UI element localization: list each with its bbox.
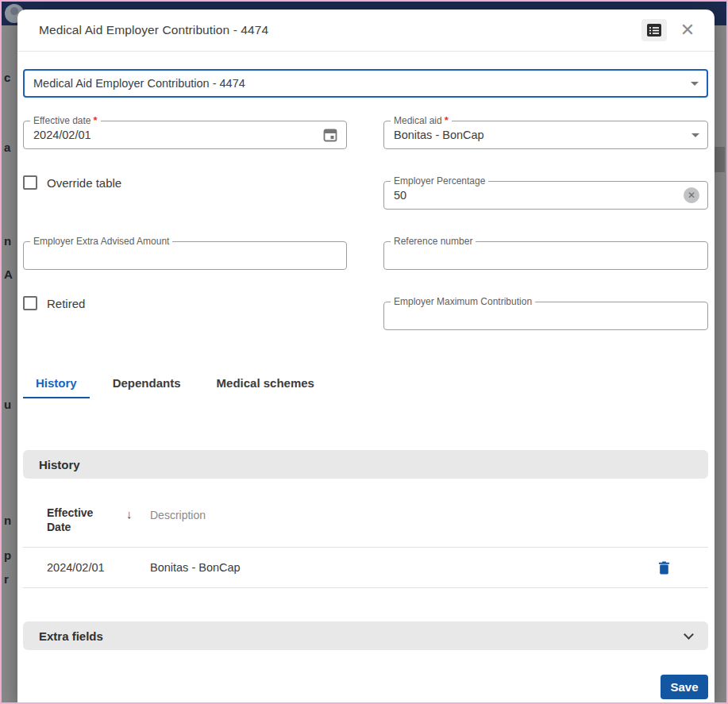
chevron-down-icon: [691, 133, 699, 137]
history-section-title: History: [39, 458, 692, 471]
chevron-down-icon: [684, 629, 694, 640]
override-table-label: Override table: [47, 176, 121, 190]
reference-number-label: Reference number: [394, 236, 472, 247]
tab-history[interactable]: History: [23, 368, 90, 398]
close-icon: ✕: [680, 21, 695, 39]
history-section-header: History: [23, 450, 708, 479]
effective-date-label: Effective date: [33, 115, 91, 126]
tab-bar: History Dependants Medical schemes: [23, 368, 327, 398]
dialog-titlebar: Medical Aid Employer Contribution - 4474…: [17, 10, 715, 51]
table-row[interactable]: 2024/02/01 Bonitas - BonCap: [23, 548, 708, 587]
background-scrollbar: [714, 147, 725, 172]
medical-aid-contribution-dialog: Medical Aid Employer Contribution - 4474…: [17, 10, 715, 704]
background-text-fragment: n: [4, 235, 11, 247]
employer-extra-advised-amount-label: Employer Extra Advised Amount: [33, 236, 169, 247]
effective-date-field[interactable]: Effective date* 2024/02/01: [23, 121, 347, 149]
dialog-title: Medical Aid Employer Contribution - 4474: [39, 23, 268, 37]
list-icon: [646, 23, 662, 37]
history-table-header: Effective Date ↓ Description: [23, 496, 708, 547]
employer-percentage-value: 50: [394, 189, 684, 202]
trash-icon: [658, 561, 670, 575]
override-table-checkbox[interactable]: Override table: [23, 175, 121, 190]
reference-number-field[interactable]: Reference number: [383, 241, 708, 270]
component-type-value: Medical Aid Employer Contribution - 4474: [33, 77, 684, 90]
extra-fields-accordion[interactable]: Extra fields: [23, 621, 708, 650]
checkbox-icon: [23, 296, 37, 310]
background-text-fragment: r: [4, 573, 9, 585]
row-description: Bonitas - BonCap: [150, 561, 649, 574]
background-text-fragment: u: [4, 398, 11, 410]
save-button[interactable]: Save: [661, 675, 708, 699]
medical-aid-select[interactable]: Medical aid* Bonitas - BonCap: [383, 121, 708, 149]
employer-percentage-field[interactable]: Employer Percentage 50 ✕: [383, 181, 708, 210]
extra-fields-label: Extra fields: [39, 629, 685, 643]
history-table: Effective Date ↓ Description 2024/02/01 …: [23, 496, 708, 588]
audit-trail-button[interactable]: [641, 19, 667, 41]
retired-checkbox[interactable]: Retired: [23, 296, 85, 310]
column-header-description: Description: [150, 509, 692, 521]
background-text-fragment: p: [4, 549, 11, 561]
required-asterisk: *: [94, 114, 98, 126]
checkbox-icon: [23, 175, 37, 190]
table-divider: [23, 587, 708, 588]
employer-maximum-contribution-label: Employer Maximum Contribution: [394, 296, 532, 307]
close-button[interactable]: ✕: [675, 19, 700, 41]
background-text-fragment: a: [4, 141, 10, 153]
tab-medical-schemes[interactable]: Medical schemes: [204, 368, 327, 398]
delete-row-button[interactable]: [649, 555, 678, 580]
retired-label: Retired: [47, 297, 85, 310]
titlebar-divider: [17, 51, 715, 52]
effective-date-value: 2024/02/01: [33, 129, 322, 141]
background-text-fragment: A: [4, 268, 13, 280]
calendar-icon[interactable]: [322, 127, 338, 143]
medical-aid-label: Medical aid: [394, 115, 442, 126]
sort-desc-icon[interactable]: ↓: [126, 507, 150, 521]
row-effective-date: 2024/02/01: [47, 561, 150, 574]
component-type-select[interactable]: Medical Aid Employer Contribution - 4474: [23, 69, 708, 98]
chevron-down-icon: [691, 82, 699, 86]
required-asterisk: *: [445, 114, 449, 126]
employer-maximum-contribution-field[interactable]: Employer Maximum Contribution: [383, 302, 708, 330]
employer-extra-advised-amount-field[interactable]: Employer Extra Advised Amount: [23, 241, 347, 270]
column-header-effective-date[interactable]: Effective Date: [47, 506, 120, 534]
background-text-fragment: n: [4, 514, 11, 526]
screen: canAunpr Medical Aid Employer Contributi…: [0, 0, 728, 704]
tab-dependants[interactable]: Dependants: [100, 368, 194, 398]
employer-percentage-label: Employer Percentage: [394, 175, 485, 187]
background-text-fragment: c: [4, 71, 10, 83]
medical-aid-value: Bonitas - BonCap: [394, 129, 685, 141]
clear-button[interactable]: ✕: [684, 187, 699, 203]
clear-icon: ✕: [688, 187, 695, 203]
